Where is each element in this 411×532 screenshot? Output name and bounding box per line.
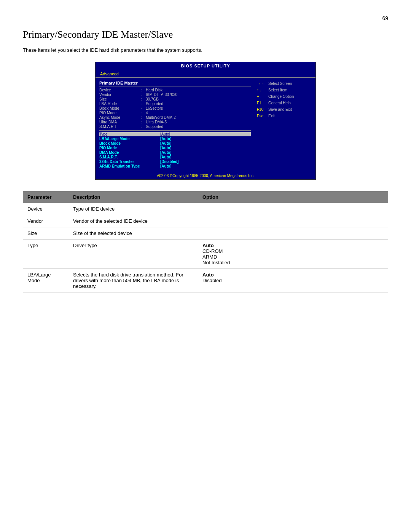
bios-nav-bar: Advanced [96, 70, 315, 78]
bios-active-lba[interactable]: LBA/Large Mode [Auto] [99, 137, 251, 141]
bios-key-save-exit: F10 Save and Exit [257, 107, 313, 113]
bios-static-asyncmode: Async Mode : MultiWord DMA-2 [99, 115, 251, 120]
table-cell-device-param: Device [23, 203, 68, 215]
bios-title: BIOS SETUP UTILITY [96, 62, 315, 70]
bios-section-title: Primary IDE Master [99, 81, 251, 86]
table-header-description: Description [68, 191, 198, 203]
bios-key-select-item: ↑ ↓ Select Item [257, 87, 313, 93]
bios-active-pio[interactable]: PIO Mode [Auto] [99, 146, 251, 150]
table-row-vendor: Vendor Vendor of the selected IDE device [23, 215, 388, 227]
table-cell-type-desc: Driver type [68, 239, 198, 268]
bios-left-panel: Primary IDE Master Device : Hard Disk Ve… [96, 78, 255, 172]
table-header-parameter: Parameter [23, 191, 68, 203]
bios-active-block[interactable]: Block Mode [Auto] [99, 141, 251, 145]
bios-key-help: → ← Select Screen ↑ ↓ Select Item + - Ch… [255, 78, 315, 172]
table-row-device: Device Type of IDE device [23, 203, 388, 215]
bios-nav-advanced[interactable]: Advanced [99, 71, 120, 77]
bios-static-items: Device : Hard Disk Vendor : IBM-DTTA-307… [99, 88, 251, 129]
table-header-option: Option [198, 191, 388, 203]
page-number: 69 [23, 15, 388, 21]
bios-key-general-help: F1 General Help [257, 100, 313, 106]
bios-active-32bit[interactable]: 32Bit Data Transfer [Disabled] [99, 160, 251, 164]
table-row-size: Size Size of the selected device [23, 227, 388, 239]
table-cell-vendor-desc: Vendor of the selected IDE device [68, 215, 198, 227]
table-row-lba: LBA/Large Mode Selects the hard disk dri… [23, 268, 388, 292]
bios-active-smart[interactable]: S.M.A.R.T. [Auto] [99, 155, 251, 159]
table-cell-lba-desc: Selects the hard disk drive translation … [68, 268, 198, 292]
page-title: Primary/Secondary IDE Master/Slave [23, 29, 388, 40]
bios-active-items: Type [Auto] LBA/Large Mode [Auto] Block … [99, 132, 251, 168]
bios-static-piomode: PIO Mode : 4 [99, 111, 251, 115]
bios-active-dma[interactable]: DMA Mode [Auto] [99, 150, 251, 155]
bios-screenshot: BIOS SETUP UTILITY Advanced Primary IDE … [95, 62, 316, 180]
table-cell-type-option: Auto CD-ROM ARMD Not Installed [198, 239, 388, 268]
bios-static-blockmode: Block Mode - 16Sectors [99, 106, 251, 110]
table-row-type: Type Driver type Auto CD-ROM ARMD Not In… [23, 239, 388, 268]
table-cell-type-param: Type [23, 239, 68, 268]
bios-key-select-screen: → ← Select Screen [257, 81, 313, 87]
table-cell-vendor-param: Vendor [23, 215, 68, 227]
table-header-row: Parameter Description Option [23, 191, 388, 203]
bios-static-vendor: Vendor : IBM-DTTA-307030 [99, 93, 251, 97]
table-cell-lba-param: LBA/Large Mode [23, 268, 68, 292]
bios-key-change-option: + - Change Option [257, 94, 313, 100]
bios-static-ultradma: Ultra DMA : Ultra DMA-5 [99, 120, 251, 124]
table-cell-size-param: Size [23, 227, 68, 239]
bios-static-lbamode: LBA Mode : Supported [99, 102, 251, 106]
parameter-table: Parameter Description Option Device Type… [23, 191, 388, 292]
bios-active-armd[interactable]: ARMD Emulation Type [Auto] [99, 164, 251, 168]
table-cell-vendor-option [198, 215, 388, 227]
table-cell-device-desc: Type of IDE device [68, 203, 198, 215]
bios-key-esc: Esc Exit [257, 113, 313, 119]
bios-footer: V02.03 ©Copyright 1985-2000, American Me… [96, 172, 315, 179]
table-cell-lba-option: Auto Disabled [198, 268, 388, 292]
bios-active-type[interactable]: Type [Auto] [99, 132, 251, 136]
table-cell-size-desc: Size of the selected device [68, 227, 198, 239]
bios-static-smart: S.M.A.R.T. : Supported [99, 125, 251, 129]
bios-static-device: Device : Hard Disk [99, 88, 251, 92]
bios-keys-list: → ← Select Screen ↑ ↓ Select Item + - Ch… [257, 81, 313, 119]
table-cell-size-option [198, 227, 388, 239]
intro-text: These items let you select the IDE hard … [23, 46, 388, 54]
bios-static-size: Size : 30.7GB [99, 97, 251, 101]
table-cell-device-option [198, 203, 388, 215]
